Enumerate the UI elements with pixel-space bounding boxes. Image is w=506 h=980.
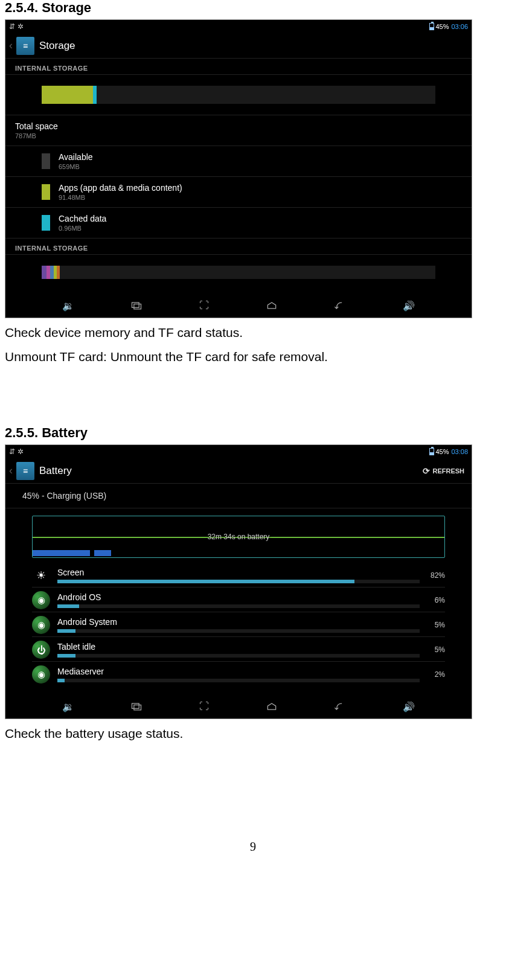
usage-row[interactable]: ◉ Android System 5% <box>5 612 472 636</box>
color-swatch <box>42 215 50 231</box>
usb-icon: ⇵ <box>9 22 15 31</box>
battery-chart-row[interactable]: 32m 34s on battery <box>5 508 472 558</box>
title-bar: ‹ ≡ Battery ⟳ REFRESH <box>5 458 472 484</box>
usage-row[interactable]: ☀ Screen 82% <box>5 563 472 587</box>
usage-bar <box>57 580 420 583</box>
usage-percent: 82% <box>427 571 445 580</box>
storage-item-row[interactable]: Available 659MB <box>5 146 472 177</box>
color-swatch <box>42 184 50 200</box>
volume-up-icon[interactable]: 🔊 <box>403 701 415 713</box>
battery-status-text: 45% - Charging (USB) <box>5 484 472 508</box>
battery-indicator: 45% <box>429 23 449 30</box>
battery-percent: 45% <box>435 448 449 455</box>
usage-bar <box>57 654 420 658</box>
svg-rect-1 <box>134 304 141 309</box>
refresh-label: REFRESH <box>432 467 464 475</box>
color-swatch <box>42 153 50 169</box>
storage-segment <box>42 266 46 279</box>
total-space-row[interactable]: Total space 787MB <box>5 115 472 146</box>
total-space-label: Total space <box>15 121 58 131</box>
storage-item-row[interactable]: Apps (app data & media content) 91.48MB <box>5 177 472 208</box>
usage-name: Mediaserver <box>57 667 420 676</box>
back-icon[interactable]: ‹ <box>8 464 14 477</box>
strip-segment <box>90 550 94 556</box>
back-nav-icon[interactable] <box>335 702 347 711</box>
usage-bar <box>57 679 420 682</box>
screenshot-storage: ⇵ ✲ 45% 03:06 ‹ ≡ Storage INTERNAL STORA… <box>5 19 472 318</box>
heading-storage: 2.5.4. Storage <box>5 0 501 16</box>
nav-bar: 🔉 ⛶ 🔊 <box>5 293 472 318</box>
usage-row[interactable]: ◉ Android OS 6% <box>5 588 472 612</box>
storage-bar-row-2[interactable] <box>5 255 472 290</box>
debug-icon: ✲ <box>18 447 24 456</box>
usage-percent: 5% <box>427 621 445 629</box>
android-icon: ◉ <box>32 665 50 684</box>
usage-bar <box>57 629 420 633</box>
screen-title: Storage <box>39 40 75 52</box>
idle-icon: ⏻ <box>32 641 50 659</box>
volume-down-icon[interactable]: 🔉 <box>62 701 74 713</box>
storage-item-row[interactable]: Cached data 0.96MB <box>5 208 472 239</box>
storage-bar-row[interactable] <box>5 75 472 115</box>
storage-usage-bar-2 <box>42 266 435 279</box>
storage-item-value: 0.96MB <box>59 225 106 232</box>
recent-apps-icon[interactable] <box>130 702 143 711</box>
battery-chart: 32m 34s on battery <box>32 516 445 558</box>
storage-item-label: Cached data <box>59 214 106 223</box>
usage-bar <box>57 604 420 608</box>
svg-rect-3 <box>134 705 141 710</box>
battery-percent: 45% <box>435 23 449 30</box>
storage-item-value: 659MB <box>59 163 93 170</box>
heading-battery: 2.5.5. Battery <box>5 425 501 441</box>
desc-battery-1: Check the battery usage status. <box>5 724 501 743</box>
home-icon[interactable] <box>266 702 278 711</box>
screenshot-battery: ⇵ ✲ 45% 03:08 ‹ ≡ Battery ⟳ REFRESH 45% … <box>5 444 472 719</box>
screen-title: Battery <box>39 465 72 477</box>
page-number: 9 <box>5 840 501 854</box>
desc-storage-1: Check device memory and TF card status. <box>5 323 501 342</box>
storage-item-label: Apps (app data & media content) <box>59 183 182 193</box>
status-bar: ⇵ ✲ 45% 03:06 <box>5 20 472 33</box>
screenshot-icon[interactable]: ⛶ <box>199 300 209 311</box>
android-icon: ◉ <box>32 591 50 609</box>
usage-row[interactable]: ◉ Mediaserver 2% <box>5 662 472 686</box>
total-space-value: 787MB <box>15 132 58 139</box>
recent-apps-icon[interactable] <box>130 301 143 310</box>
storage-segment <box>42 86 93 104</box>
debug-icon: ✲ <box>18 22 24 31</box>
usage-percent: 2% <box>427 670 445 679</box>
volume-down-icon[interactable]: 🔉 <box>62 300 74 312</box>
home-icon[interactable] <box>266 301 278 310</box>
desc-storage-2: Unmount TF card: Unmount the TF card for… <box>5 347 501 367</box>
usb-icon: ⇵ <box>9 447 15 456</box>
battery-chart-label: 32m 34s on battery <box>33 533 444 541</box>
refresh-icon: ⟳ <box>423 466 430 476</box>
svg-rect-0 <box>132 303 139 307</box>
screenshot-icon[interactable]: ⛶ <box>199 701 209 712</box>
refresh-button[interactable]: ⟳ REFRESH <box>423 466 469 476</box>
storage-usage-bar <box>42 86 435 104</box>
usage-percent: 5% <box>427 645 445 654</box>
clock: 03:06 <box>451 23 468 30</box>
section-header-2: INTERNAL STORAGE <box>5 239 472 255</box>
strip-segment <box>33 550 90 556</box>
screen-icon: ☀ <box>32 566 50 584</box>
section-header: INTERNAL STORAGE <box>5 59 472 75</box>
usage-name: Screen <box>57 568 420 577</box>
storage-item-label: Available <box>59 152 93 162</box>
usage-row[interactable]: ⏻ Tablet idle 5% <box>5 637 472 661</box>
back-icon[interactable]: ‹ <box>8 39 14 52</box>
usage-name: Android System <box>57 617 420 627</box>
settings-icon[interactable]: ≡ <box>16 462 34 480</box>
volume-up-icon[interactable]: 🔊 <box>403 300 415 312</box>
clock: 03:08 <box>451 448 468 455</box>
settings-icon[interactable]: ≡ <box>16 37 34 55</box>
status-bar: ⇵ ✲ 45% 03:08 <box>5 445 472 458</box>
storage-item-value: 91.48MB <box>59 194 182 201</box>
strip-segment <box>94 550 110 556</box>
nav-bar: 🔉 ⛶ 🔊 <box>5 694 472 719</box>
back-nav-icon[interactable] <box>335 301 347 310</box>
usage-name: Android OS <box>57 592 420 602</box>
svg-rect-2 <box>132 703 139 708</box>
battery-awake-strip <box>33 550 444 556</box>
